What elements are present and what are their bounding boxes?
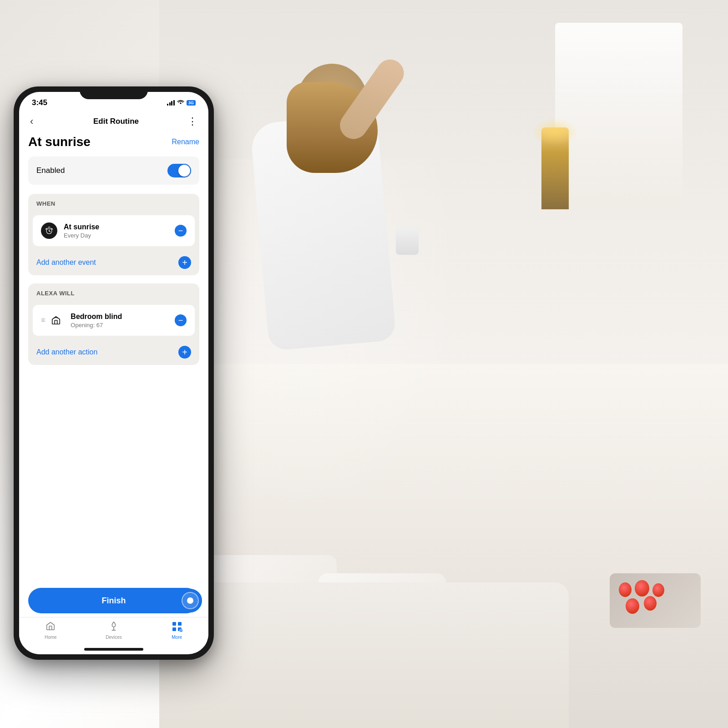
finish-label: Finish	[102, 596, 126, 606]
more-menu-button[interactable]: ⋮	[187, 116, 197, 127]
remove-action-icon: −	[178, 316, 183, 324]
add-event-button[interactable]: +	[178, 256, 191, 269]
sunrise-event-title: At sunrise	[64, 223, 175, 231]
enabled-row: Enabled	[28, 157, 199, 185]
bedroom-blind-text: Bedroom blind Opening: 67	[71, 313, 175, 329]
alexa-inner	[182, 592, 199, 609]
nav-bar: ‹ Edit Routine ⋮	[19, 112, 208, 129]
bottom-area: Finish	[19, 583, 208, 617]
when-header: WHEN	[28, 194, 199, 212]
sunrise-event-item[interactable]: At sunrise Every Day −	[33, 215, 195, 246]
enabled-toggle[interactable]	[167, 164, 191, 177]
when-section: WHEN	[28, 194, 199, 275]
strawberry-1	[619, 582, 632, 597]
bedroom-blind-item[interactable]: ≡ Bedroom blind Opening: 67	[33, 305, 195, 336]
remove-event-button[interactable]: −	[175, 225, 187, 237]
routine-title: At sunrise	[28, 135, 91, 149]
strawberry-3	[652, 583, 664, 597]
food-tray	[610, 573, 701, 628]
cup	[396, 228, 419, 255]
tab-devices[interactable]: Devices	[98, 621, 130, 640]
phone-frame: 3:45 3G	[14, 86, 214, 660]
more-tab-icon	[172, 621, 182, 634]
room-background	[159, 0, 728, 728]
phone-wrapper: 3:45 3G	[14, 86, 214, 660]
phone-screen: 3:45 3G	[19, 92, 208, 654]
wifi-icon	[177, 100, 184, 106]
finish-button[interactable]: Finish	[28, 588, 199, 613]
lamp	[541, 127, 569, 209]
smart-home-icon	[48, 312, 64, 329]
add-action-label: Add another action	[36, 348, 97, 356]
tab-bar: Home Devices	[19, 617, 208, 646]
svg-rect-3	[172, 622, 176, 626]
devices-tab-label: Devices	[106, 635, 122, 640]
add-event-icon: +	[182, 258, 187, 267]
alexa-will-header: ALEXA WILL	[28, 283, 199, 301]
window-light	[555, 23, 682, 205]
alarm-icon	[41, 222, 57, 239]
spacer	[28, 373, 199, 382]
woman-figure	[250, 36, 423, 446]
sunrise-event-text: At sunrise Every Day	[64, 223, 175, 239]
status-icons: 3G	[167, 100, 196, 106]
add-event-label: Add another event	[36, 258, 96, 267]
add-action-button[interactable]: +	[178, 346, 191, 359]
remove-event-icon: −	[178, 227, 183, 235]
notch	[80, 86, 148, 99]
bedding	[159, 582, 569, 728]
alexa-circle-button[interactable]	[178, 589, 202, 612]
signal-bars-icon	[167, 100, 175, 106]
home-indicator	[84, 648, 143, 651]
add-action-row[interactable]: Add another action +	[28, 339, 199, 365]
svg-rect-4	[178, 622, 182, 626]
devices-tab-icon	[109, 621, 119, 634]
strawberry-2	[635, 580, 649, 597]
strawberry-5	[644, 596, 657, 611]
alexa-will-section: ALEXA WILL ≡ Bedroom	[28, 283, 199, 365]
home-tab-label: Home	[45, 635, 57, 640]
nav-title: Edit Routine	[93, 117, 139, 126]
finish-row: Finish	[28, 588, 199, 613]
remove-action-button[interactable]: −	[175, 314, 187, 326]
alexa-dot	[187, 597, 193, 604]
lamp-glow	[532, 118, 578, 146]
bedroom-blind-subtitle: Opening: 67	[71, 322, 175, 329]
rename-button[interactable]: Rename	[172, 138, 199, 146]
home-tab-icon	[46, 621, 56, 634]
routine-title-row: At sunrise Rename	[28, 129, 199, 157]
tab-more[interactable]: More	[161, 621, 193, 640]
status-time: 3:45	[32, 98, 47, 107]
sunrise-event-subtitle: Every Day	[64, 232, 175, 239]
strawberry-4	[626, 598, 639, 614]
svg-rect-5	[172, 627, 176, 631]
bedroom-blind-title: Bedroom blind	[71, 313, 175, 321]
add-event-row[interactable]: Add another event +	[28, 250, 199, 275]
content-area: At sunrise Rename Enabled WHEN	[19, 129, 208, 583]
more-tab-label: More	[172, 635, 182, 640]
enabled-label: Enabled	[36, 166, 65, 175]
battery-badge: 3G	[187, 100, 196, 106]
back-button[interactable]: ‹	[30, 116, 45, 127]
tab-home[interactable]: Home	[35, 621, 66, 640]
toggle-thumb	[178, 165, 190, 177]
drag-handle-icon[interactable]: ≡	[41, 316, 44, 324]
add-action-icon: +	[182, 348, 187, 357]
